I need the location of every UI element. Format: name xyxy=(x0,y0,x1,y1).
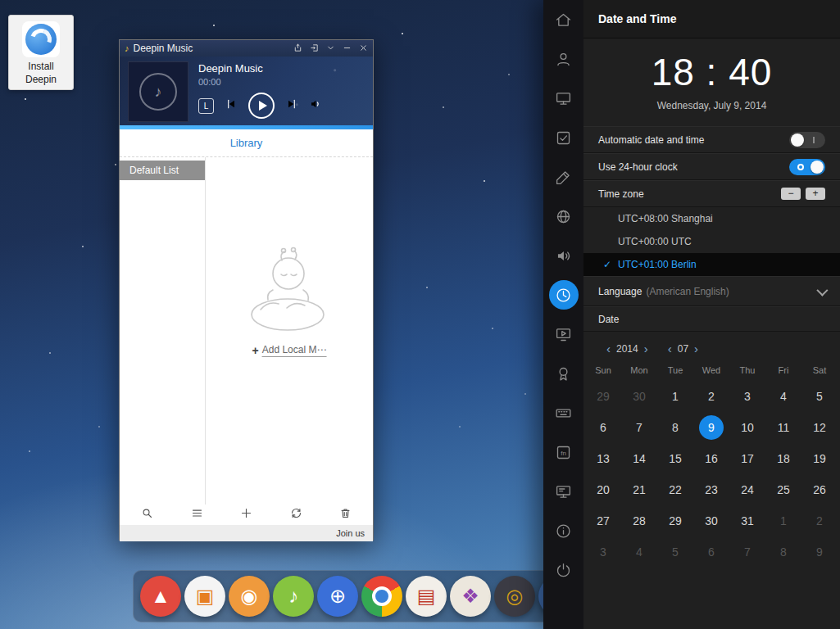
dock-item-deepin-music[interactable]: ♪ xyxy=(273,576,314,617)
calendar-day[interactable]: 1 xyxy=(657,381,693,412)
sidebar-item-home[interactable] xyxy=(543,0,583,39)
prev-year-button[interactable]: ‹ xyxy=(603,342,614,355)
calendar-day[interactable]: 21 xyxy=(621,474,657,505)
calendar-day[interactable]: 12 xyxy=(801,412,838,443)
calendar-day[interactable]: 5 xyxy=(801,381,838,412)
sidebar-item-driver[interactable] xyxy=(543,472,583,511)
auto-datetime-toggle[interactable] xyxy=(789,132,825,148)
sidebar-item-sound[interactable] xyxy=(543,236,583,275)
music-window-titlebar[interactable]: ♪ Deepin Music xyxy=(120,40,373,57)
calendar-day[interactable]: 2 xyxy=(801,505,838,536)
calendar-day[interactable]: 19 xyxy=(801,443,838,474)
calendar-day[interactable]: 9 xyxy=(693,412,729,443)
sidebar-item-default-apps[interactable] xyxy=(543,118,583,157)
sidebar-item-power[interactable] xyxy=(543,550,583,590)
calendar-day[interactable]: 6 xyxy=(585,412,621,443)
sidebar-item-shortcuts[interactable]: fn xyxy=(543,432,583,472)
calendar-day[interactable]: 4 xyxy=(765,381,801,412)
repeat-icon[interactable] xyxy=(290,507,302,523)
progress-bar[interactable] xyxy=(120,125,373,129)
dock-item-chrome[interactable] xyxy=(361,576,402,617)
tab-library[interactable]: Library xyxy=(230,137,263,149)
calendar-day[interactable]: 3 xyxy=(585,536,621,568)
calendar-day[interactable]: 30 xyxy=(621,381,657,412)
calendar-day[interactable]: 10 xyxy=(729,412,765,443)
dock-item-browser[interactable]: ⊕ xyxy=(317,576,358,617)
close-icon[interactable] xyxy=(359,41,368,56)
calendar-day[interactable]: 8 xyxy=(765,536,801,568)
dock-item-files[interactable]: ▤ xyxy=(406,576,447,617)
timezone-option[interactable]: ✓UTC+01:00 Berlin xyxy=(583,253,840,276)
dock-item-deepin-store[interactable]: ▣ xyxy=(184,576,225,617)
prev-month-button[interactable]: ‹ xyxy=(665,342,675,355)
calendar-day[interactable]: 15 xyxy=(657,443,693,474)
calendar-day[interactable]: 6 xyxy=(693,536,729,568)
add-icon[interactable] xyxy=(240,507,252,523)
dock-item-launcher[interactable]: ▲ xyxy=(140,576,181,617)
share-icon[interactable] xyxy=(293,41,302,56)
volume-icon[interactable] xyxy=(309,97,322,114)
timezone-option[interactable]: UTC+08:00 Shanghai xyxy=(583,207,840,230)
calendar-day[interactable]: 31 xyxy=(729,505,765,536)
calendar-day[interactable]: 7 xyxy=(621,412,657,443)
minimize-icon[interactable] xyxy=(343,41,352,56)
calendar-day[interactable]: 30 xyxy=(693,505,729,536)
sidebar-item-personalization[interactable] xyxy=(543,157,583,197)
calendar-day[interactable]: 28 xyxy=(621,505,657,536)
delete-icon[interactable] xyxy=(339,507,352,523)
add-local-music-link[interactable]: + Add Local M⋯ xyxy=(252,344,327,357)
sidebar-item-display[interactable] xyxy=(543,79,583,118)
calendar-day[interactable]: 9 xyxy=(801,536,838,568)
calendar-day[interactable]: 8 xyxy=(657,412,693,443)
calendar-day[interactable]: 7 xyxy=(729,536,765,568)
calendar-day[interactable]: 27 xyxy=(585,505,621,536)
calendar-day[interactable]: 29 xyxy=(657,505,693,536)
calendar-day[interactable]: 18 xyxy=(765,443,801,474)
next-month-button[interactable]: › xyxy=(691,342,702,355)
hour24-toggle[interactable] xyxy=(789,159,825,175)
timezone-remove-button[interactable]: − xyxy=(781,188,801,200)
sidebar-item-user-accounts[interactable] xyxy=(543,39,583,79)
mini-mode-icon[interactable] xyxy=(310,41,319,56)
next-button[interactable] xyxy=(285,97,298,114)
calendar-day[interactable]: 23 xyxy=(693,474,729,505)
dock-item-media-player[interactable]: ◉ xyxy=(229,576,270,617)
dock-item-game-center[interactable]: ◎ xyxy=(494,576,535,617)
language-row[interactable]: Language (American English) xyxy=(583,276,840,306)
calendar-day[interactable]: 24 xyxy=(729,474,765,505)
calendar-day[interactable]: 20 xyxy=(585,474,621,505)
playlist-default-list[interactable]: Default List xyxy=(120,161,205,180)
calendar-day[interactable]: 29 xyxy=(585,381,621,412)
join-us-link[interactable]: Join us xyxy=(336,528,365,538)
calendar-day[interactable]: 25 xyxy=(765,474,801,505)
sidebar-item-network[interactable] xyxy=(543,197,583,236)
calendar-day[interactable]: 14 xyxy=(621,443,657,474)
timezone-add-button[interactable]: + xyxy=(806,188,825,200)
calendar-day[interactable]: 11 xyxy=(765,412,801,443)
calendar-day[interactable]: 26 xyxy=(801,474,838,505)
sidebar-item-about[interactable] xyxy=(543,511,583,550)
calendar-day[interactable]: 5 xyxy=(657,536,693,568)
calendar-day[interactable]: 4 xyxy=(621,536,657,568)
next-year-button[interactable]: › xyxy=(641,342,652,355)
calendar-day[interactable]: 13 xyxy=(585,443,621,474)
calendar-day[interactable]: 2 xyxy=(693,381,729,412)
calendar-day[interactable]: 16 xyxy=(693,443,729,474)
calendar-day[interactable]: 1 xyxy=(765,505,801,536)
list-view-icon[interactable] xyxy=(191,507,203,523)
menu-chevron-icon[interactable] xyxy=(326,41,335,56)
sidebar-item-datetime[interactable] xyxy=(543,275,583,314)
play-button[interactable] xyxy=(248,93,275,119)
timezone-option[interactable]: UTC+00:00 UTC xyxy=(583,230,840,253)
sidebar-item-system-info[interactable] xyxy=(543,354,583,393)
calendar-day[interactable]: 3 xyxy=(729,381,765,412)
previous-button[interactable] xyxy=(225,97,238,114)
install-deepin-shortcut[interactable]: Install Deepin xyxy=(8,15,74,90)
sidebar-item-boot-menu[interactable] xyxy=(543,314,583,354)
dock-item-photos[interactable]: ❖ xyxy=(450,576,491,617)
sidebar-item-keyboard[interactable] xyxy=(543,393,583,432)
lyrics-button[interactable]: L xyxy=(198,98,214,114)
calendar-day[interactable]: 22 xyxy=(657,474,693,505)
calendar-day[interactable]: 17 xyxy=(729,443,765,474)
search-icon[interactable] xyxy=(141,507,153,523)
